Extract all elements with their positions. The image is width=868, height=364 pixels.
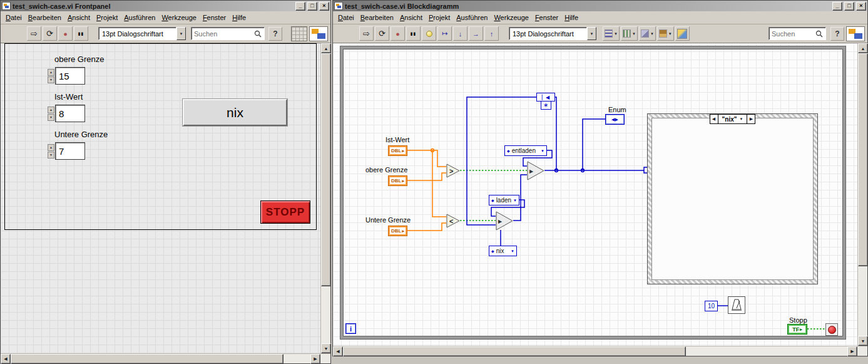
- decrement-button[interactable]: ▼: [48, 114, 54, 121]
- menu-fenster[interactable]: Fenster: [200, 12, 229, 23]
- menu-datei[interactable]: Datei: [335, 12, 357, 23]
- dropdown-icon[interactable]: ▼: [511, 249, 514, 253]
- pause-button[interactable]: ▮▮: [406, 26, 421, 41]
- horizontal-scrollbar-thumb[interactable]: [343, 346, 686, 356]
- front-panel-canvas[interactable]: obere Grenze ▲ ▼ 15 Ist-Wert ▲ ▼ 8 Unter…: [1, 43, 320, 353]
- resize-objects-dropdown[interactable]: ▼: [639, 26, 656, 41]
- block-diagram-canvas[interactable]: Ist-Wert DBL ▸ obere Grenze DBL ▸ Untere…: [333, 43, 857, 346]
- menu-hilfe[interactable]: Hilfe: [561, 12, 581, 23]
- reorder-objects-dropdown[interactable]: ▼: [657, 26, 674, 41]
- maximize-button[interactable]: □: [844, 2, 854, 11]
- menu-projekt[interactable]: Projekt: [93, 12, 121, 23]
- wait-constant[interactable]: 10: [705, 301, 718, 311]
- font-selector[interactable]: 13pt Dialogschriftart ▼: [98, 27, 186, 40]
- vi-icon-badge[interactable]: [309, 26, 328, 41]
- increment-button[interactable]: ▲: [48, 144, 54, 151]
- close-button[interactable]: ×: [856, 2, 866, 11]
- run-button[interactable]: ⇨: [359, 26, 374, 41]
- search-input[interactable]: Suchen: [768, 27, 826, 40]
- horizontal-scrollbar[interactable]: ◀ ▶: [1, 353, 330, 363]
- untere-grenze-value[interactable]: 7: [55, 142, 85, 160]
- menu-werkzeuge[interactable]: Werkzeuge: [158, 12, 199, 23]
- case-dropdown-icon[interactable]: ▼: [739, 117, 743, 121]
- font-dropdown-button[interactable]: ▼: [587, 27, 596, 40]
- ist-wert-value[interactable]: 8: [55, 105, 85, 122]
- horizontal-scrollbar[interactable]: ◀ ▶: [333, 346, 867, 356]
- scroll-left-button[interactable]: ◀: [333, 346, 343, 356]
- scroll-down-button[interactable]: ▼: [858, 336, 868, 346]
- loop-condition-terminal[interactable]: [825, 323, 838, 336]
- scroll-right-button[interactable]: ▶: [847, 346, 857, 356]
- distribute-objects-dropdown[interactable]: ▼: [621, 26, 638, 41]
- minimize-button[interactable]: _: [295, 2, 305, 11]
- search-input[interactable]: Suchen: [191, 27, 265, 40]
- increment-button[interactable]: ▲: [48, 107, 54, 113]
- run-continuous-button[interactable]: ⟳: [375, 26, 389, 41]
- case-structure[interactable]: [647, 113, 818, 284]
- vi-icon-badge[interactable]: [846, 26, 865, 41]
- minimize-button[interactable]: _: [832, 2, 842, 11]
- menu-fenster[interactable]: Fenster: [532, 12, 561, 23]
- less-than-node[interactable]: <: [446, 214, 461, 228]
- scroll-right-button[interactable]: ▶: [310, 354, 320, 364]
- scroll-up-button[interactable]: ▲: [858, 43, 868, 53]
- frontpanel-titlebar[interactable]: test_swich-case.vi Frontpanel _ □ ×: [1, 1, 330, 11]
- step-out-button[interactable]: ↑: [484, 26, 499, 41]
- untere-grenze-terminal[interactable]: DBL ▸: [388, 226, 407, 236]
- pause-button[interactable]: ▮▮: [74, 26, 88, 41]
- abort-button[interactable]: ●: [391, 26, 405, 41]
- stopp-button[interactable]: STOPP: [260, 200, 310, 224]
- case-selector[interactable]: ◀ "nix" ▼ ▶: [710, 114, 756, 124]
- step-over-button[interactable]: →: [469, 26, 483, 41]
- font-selector[interactable]: 13pt Dialogschriftart ▼: [509, 27, 596, 40]
- horizontal-scrollbar-thumb[interactable]: [11, 354, 283, 364]
- help-button[interactable]: ?: [830, 27, 844, 41]
- dropdown-icon[interactable]: ▼: [541, 149, 544, 153]
- enum-indicator-terminal[interactable]: ◀▶: [605, 114, 625, 125]
- vertical-scrollbar-thumb[interactable]: [321, 53, 331, 286]
- menu-projekt[interactable]: Projekt: [426, 12, 453, 23]
- case-next-arrow[interactable]: ▶: [747, 115, 755, 123]
- run-continuous-button[interactable]: ⟳: [43, 26, 57, 41]
- decrement-button[interactable]: ▼: [48, 152, 54, 159]
- scroll-left-button[interactable]: ◀: [1, 354, 11, 364]
- highlight-execution-button[interactable]: [422, 26, 436, 41]
- abort-button[interactable]: ●: [58, 26, 73, 41]
- obere-grenze-terminal[interactable]: DBL ▸: [388, 175, 407, 186]
- scroll-up-button[interactable]: ▲: [321, 43, 331, 53]
- enum-constant-entladen[interactable]: ◆ entladen ▼: [504, 145, 547, 156]
- dropdown-icon[interactable]: ▼: [513, 199, 517, 202]
- menu-ansicht[interactable]: Ansicht: [397, 12, 426, 23]
- enum-constant-nix[interactable]: ◆ nix ▼: [489, 246, 517, 256]
- blockdiagram-titlebar[interactable]: test_swich-case.vi Blockdiagramm _ □ ×: [333, 1, 867, 11]
- decrement-button[interactable]: ▼: [48, 76, 54, 83]
- run-button[interactable]: ⇨: [27, 26, 41, 41]
- step-into-button[interactable]: ↓: [453, 26, 467, 41]
- vertical-scrollbar[interactable]: ▲ ▼: [320, 43, 330, 353]
- wait-ms-node[interactable]: [728, 296, 745, 314]
- increment-button[interactable]: ▲: [48, 69, 54, 76]
- retain-values-button[interactable]: ↦: [437, 26, 452, 41]
- menu-datei[interactable]: Datei: [3, 12, 25, 23]
- close-button[interactable]: ×: [319, 2, 329, 11]
- case-prev-arrow[interactable]: ◀: [710, 115, 718, 123]
- obere-grenze-value[interactable]: 15: [55, 67, 85, 85]
- greater-than-node[interactable]: >: [446, 164, 461, 178]
- menu-ausfuehren[interactable]: Ausführen: [453, 12, 491, 23]
- iteration-terminal[interactable]: i: [345, 323, 356, 334]
- vertical-scrollbar[interactable]: ▲ ▼: [857, 43, 867, 346]
- font-dropdown-button[interactable]: ▼: [176, 27, 186, 40]
- align-objects-dropdown[interactable]: ▼: [603, 26, 620, 41]
- select-node-1[interactable]: ▶: [527, 161, 545, 180]
- enum-constant-laden[interactable]: ◆ laden ▼: [489, 195, 519, 205]
- scroll-down-button[interactable]: ▼: [321, 343, 331, 353]
- menu-ansicht[interactable]: Ansicht: [64, 12, 93, 23]
- ist-wert-terminal[interactable]: DBL ▸: [388, 145, 407, 156]
- connector-pane-icon[interactable]: [291, 26, 307, 41]
- maximize-button[interactable]: □: [307, 2, 317, 11]
- clean-diagram-button[interactable]: [675, 26, 690, 41]
- help-button[interactable]: ?: [268, 27, 282, 41]
- menu-bearbeiten[interactable]: Bearbeiten: [25, 12, 64, 23]
- feedback-node[interactable]: ▏◀ ∗: [536, 93, 555, 110]
- menu-bearbeiten[interactable]: Bearbeiten: [357, 12, 397, 23]
